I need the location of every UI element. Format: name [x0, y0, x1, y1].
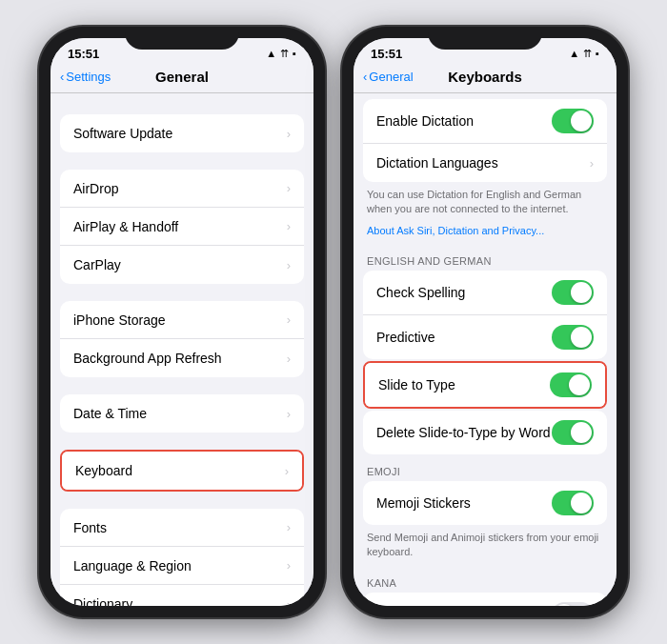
list-item-slide-to-type[interactable]: Slide to Type [365, 363, 605, 407]
iphone-storage-label: iPhone Storage [73, 312, 166, 328]
chevron-carplay: › [287, 258, 291, 272]
emoji-group-label: EMOJI [354, 454, 616, 481]
datetime-label: Date & Time [73, 406, 147, 421]
dictation-info-block: You can use Dictation for English and Ge… [354, 182, 616, 244]
wifi-icon-2: ⇈ [583, 48, 592, 60]
screen-2: 15:51 ▲ ⇈ ▪ ‹ General Keyboards Enable D… [354, 38, 616, 606]
toggle-knob [554, 604, 575, 606]
list-item-flick-only[interactable]: Flick Only [363, 593, 607, 606]
list-item-iphone-storage[interactable]: iPhone Storage › [60, 301, 304, 339]
battery-icon-2: ▪ [596, 48, 599, 59]
dictation-info-text: You can use Dictation for English and Ge… [354, 182, 616, 223]
toggle-knob [571, 327, 592, 348]
list-item-keyboard[interactable]: Keyboard › [62, 452, 302, 490]
slide-to-type-label: Slide to Type [378, 377, 455, 392]
back-button-1[interactable]: ‹ Settings [60, 70, 111, 84]
memoji-info-text: Send Memoji and Animoji stickers from yo… [354, 525, 616, 566]
slide-to-type-highlight-box: Slide to Type [363, 361, 607, 409]
back-chevron-1: ‹ [60, 70, 64, 84]
chevron-fonts: › [287, 520, 291, 534]
keyboard-label: Keyboard [75, 463, 132, 478]
toggle-knob [571, 111, 592, 131]
list-item-memoji[interactable]: Memoji Stickers [363, 481, 607, 525]
list-group-storage: iPhone Storage › Background App Refresh … [60, 301, 304, 377]
list-item-datetime[interactable]: Date & Time › [60, 394, 304, 433]
english-german-label: ENGLISH AND GERMAN [354, 244, 616, 271]
fonts-label: Fonts [73, 520, 107, 535]
check-spelling-label: Check Spelling [376, 285, 465, 300]
predictive-label: Predictive [376, 330, 435, 345]
back-chevron-2: ‹ [363, 70, 367, 84]
delete-slide-toggle[interactable] [552, 420, 594, 445]
status-icons-1: ▲ ⇈ ▪ [266, 48, 296, 60]
nav-bar-2: ‹ General Keyboards [354, 65, 616, 93]
page-title-1: General [155, 69, 209, 85]
list-item-carplay[interactable]: CarPlay › [60, 246, 304, 284]
carplay-label: CarPlay [73, 257, 121, 272]
flick-only-toggle[interactable] [552, 602, 594, 606]
dictionary-label: Dictionary [73, 596, 132, 606]
list-group-delete-slide: Delete Slide-to-Type by Word [363, 411, 607, 454]
dictation-languages-label: Dictation Languages [376, 155, 498, 171]
dictation-info-link[interactable]: About Ask Siri, Dictation and Privacy... [354, 223, 616, 244]
chevron-language: › [287, 558, 291, 573]
scroll-content-2[interactable]: Enable Dictation Dictation Languages › Y… [354, 93, 616, 606]
list-group-english-german: Check Spelling Predictive [363, 271, 607, 359]
toggle-knob [571, 282, 592, 303]
chevron-bg-refresh: › [287, 352, 291, 366]
toggle-knob [571, 493, 592, 513]
list-group-emoji: Memoji Stickers [363, 481, 607, 525]
list-item-dictation-languages[interactable]: Dictation Languages › [363, 144, 607, 182]
airdrop-label: AirDrop [73, 181, 118, 196]
status-time-2: 15:51 [371, 47, 402, 61]
list-item-dictionary[interactable]: Dictionary › [60, 585, 304, 606]
memoji-toggle[interactable] [552, 491, 594, 515]
list-group-kana: Flick Only Smart Full-Width Space [363, 593, 607, 606]
list-item-fonts[interactable]: Fonts › [60, 509, 304, 547]
list-group-fonts: Fonts › Language & Region › Dictionary › [60, 509, 304, 606]
list-item-enable-dictation[interactable]: Enable Dictation [363, 99, 607, 144]
predictive-toggle[interactable] [552, 325, 594, 350]
phone-2: 15:51 ▲ ⇈ ▪ ‹ General Keyboards Enable D… [342, 27, 628, 617]
wifi-icon-1: ⇈ [280, 48, 289, 60]
enable-dictation-toggle[interactable] [552, 109, 594, 133]
software-update-label: Software Update [73, 126, 172, 141]
toggle-knob [571, 422, 592, 443]
list-group-software: Software Update › [60, 114, 304, 152]
list-group-dictation: Enable Dictation Dictation Languages › [363, 99, 607, 182]
chevron-airplay: › [287, 219, 291, 233]
list-item-background-refresh[interactable]: Background App Refresh › [60, 339, 304, 377]
chevron-airdrop: › [287, 181, 291, 195]
back-button-2[interactable]: ‹ General [363, 70, 414, 84]
kana-group-label: KANA [354, 566, 616, 593]
back-label-1: Settings [66, 70, 111, 84]
screen-1: 15:51 ▲ ⇈ ▪ ‹ Settings General Software … [51, 38, 313, 606]
list-group-datetime: Date & Time › [60, 394, 304, 433]
list-item-delete-slide[interactable]: Delete Slide-to-Type by Word [363, 411, 607, 454]
list-group-airdrop: AirDrop › AirPlay & Handoff › CarPlay › [60, 170, 304, 284]
signal-icon-1: ▲ [266, 48, 276, 59]
list-item-language-region[interactable]: Language & Region › [60, 547, 304, 585]
keyboard-highlight-box: Keyboard › [60, 450, 304, 492]
notch-2 [428, 27, 542, 50]
list-item-airplay[interactable]: AirPlay & Handoff › [60, 208, 304, 246]
list-item-software-update[interactable]: Software Update › [60, 114, 304, 152]
check-spelling-toggle[interactable] [552, 280, 594, 305]
scroll-content-1[interactable]: Software Update › AirDrop › AirPlay & Ha… [51, 93, 313, 606]
list-item-predictive[interactable]: Predictive [363, 315, 607, 359]
list-item-airdrop[interactable]: AirDrop › [60, 170, 304, 208]
airplay-label: AirPlay & Handoff [73, 219, 178, 234]
status-icons-2: ▲ ⇈ ▪ [569, 48, 599, 60]
chevron-keyboard: › [285, 464, 289, 478]
chevron-datetime: › [287, 407, 291, 421]
slide-to-type-toggle[interactable] [550, 372, 592, 397]
status-time-1: 15:51 [68, 47, 99, 61]
signal-icon-2: ▲ [569, 48, 579, 59]
phone-1: 15:51 ▲ ⇈ ▪ ‹ Settings General Software … [39, 27, 325, 617]
nav-bar-1: ‹ Settings General [51, 65, 313, 93]
toggle-knob [569, 374, 590, 395]
chevron-dictionary: › [287, 597, 291, 607]
chevron-software: › [287, 127, 291, 141]
list-item-check-spelling[interactable]: Check Spelling [363, 271, 607, 315]
bg-refresh-label: Background App Refresh [73, 351, 222, 366]
